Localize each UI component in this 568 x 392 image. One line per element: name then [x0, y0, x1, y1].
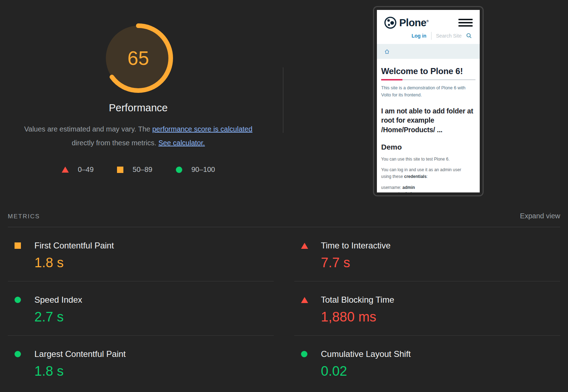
metric-value: 1.8 s [8, 255, 274, 270]
legend-range-label: 50–89 [133, 166, 152, 174]
metric-value: 2.7 s [8, 309, 274, 325]
pass-circle-icon [176, 167, 182, 173]
metric-value: 1,880 ms [294, 309, 560, 325]
login-instructions: You can log in and use it as an admin us… [381, 167, 466, 180]
plone-logo: Plone® [384, 16, 429, 29]
metric-value: 7.7 s [294, 255, 560, 270]
final-screenshot-thumbnail: Plone® Log in Search Site [373, 6, 484, 196]
performance-score: 65 [104, 23, 173, 93]
metric-cumulative-layout-shift[interactable]: Cumulative Layout Shift 0.02 [294, 336, 560, 390]
metric-rating-icon [15, 297, 21, 303]
metric-name: Speed Index [34, 295, 82, 305]
see-calculator-link[interactable]: See calculator. [158, 139, 205, 147]
legend-item-fail: 0–49 [62, 166, 94, 174]
metric-rating-icon [301, 351, 307, 357]
metric-name: Largest Contentful Paint [34, 349, 126, 359]
metric-rating-icon [15, 242, 21, 249]
credentials-bold: credentials [404, 174, 427, 179]
description-text: directly from these metrics. [72, 139, 158, 147]
metric-rating-icon [301, 243, 308, 249]
metric-total-blocking-time[interactable]: Total Blocking Time 1,880 ms [294, 281, 560, 336]
metric-name: Cumulative Layout Shift [321, 349, 411, 359]
username-line: username: admin [381, 184, 475, 191]
metrics-section: METRICS Expand view First Contentful Pai… [8, 212, 560, 390]
plone-brand-text: Plone® [399, 17, 429, 29]
section-divider [283, 67, 283, 133]
breadcrumb-bar [377, 44, 480, 59]
hamburger-menu-icon [458, 16, 473, 29]
metrics-heading: METRICS [8, 213, 40, 220]
metric-value: 0.02 [294, 364, 560, 379]
registered-mark: ® [426, 19, 428, 23]
metric-value: 1.8 s [8, 364, 274, 379]
plone-logo-icon [384, 16, 397, 29]
description-text: Values are estimated and may vary. The [24, 125, 152, 133]
performance-title: Performance [109, 102, 168, 114]
metric-first-contentful-paint[interactable]: First Contentful Paint 1.8 s [8, 227, 274, 281]
credentials-block: username: admin password: admin [381, 184, 475, 192]
intro-paragraph: This site is a demonstration of Plone 6 … [381, 84, 475, 99]
metrics-grid: First Contentful Paint 1.8 s Time to Int… [8, 227, 560, 390]
metric-largest-contentful-paint[interactable]: Largest Contentful Paint 1.8 s [8, 336, 274, 390]
metric-time-to-interactive[interactable]: Time to Interactive 7.7 s [294, 227, 560, 281]
metric-speed-index[interactable]: Speed Index 2.7 s [8, 281, 274, 336]
password-line: password: admin [381, 191, 475, 192]
fail-triangle-icon [62, 167, 69, 173]
legend-item-pass: 90–100 [176, 166, 215, 174]
post-title: I am not able to add folder at root for … [381, 106, 475, 135]
login-link: Log in [412, 33, 427, 39]
calculation-link[interactable]: performance score is calculated [152, 125, 252, 133]
screenshot-content: Plone® Log in Search Site [377, 10, 480, 192]
metric-name: First Contentful Paint [34, 241, 114, 251]
metric-rating-icon [15, 351, 21, 357]
metric-rating-icon [301, 297, 308, 303]
welcome-heading: Welcome to Plone 6! [381, 66, 475, 76]
performance-description: Values are estimated and may vary. The p… [21, 122, 255, 150]
nav-separator [431, 32, 431, 40]
score-legend: 0–49 50–89 90–100 [62, 166, 215, 174]
search-icon [466, 33, 472, 39]
home-icon [384, 49, 390, 54]
screenshot-page-body: Welcome to Plone 6! This site is a demon… [377, 59, 480, 192]
performance-summary: 65 Performance Values are estimated and … [0, 0, 277, 174]
legend-range-label: 0–49 [78, 166, 94, 174]
heading-underline [381, 79, 475, 80]
demo-text: You can use this site to test Plone 6. [381, 157, 475, 162]
metric-name: Total Blocking Time [321, 295, 394, 305]
metric-name: Time to Interactive [321, 241, 391, 251]
performance-gauge[interactable]: 65 [104, 23, 173, 93]
legend-range-label: 90–100 [191, 166, 215, 174]
demo-heading: Demo [381, 143, 475, 151]
expand-view-button[interactable]: Expand view [520, 212, 560, 220]
legend-item-average: 50–89 [117, 166, 152, 174]
average-square-icon [117, 167, 123, 173]
search-placeholder-text: Search Site [436, 33, 462, 39]
screenshot-site-header: Plone® Log in Search Site [377, 10, 480, 40]
